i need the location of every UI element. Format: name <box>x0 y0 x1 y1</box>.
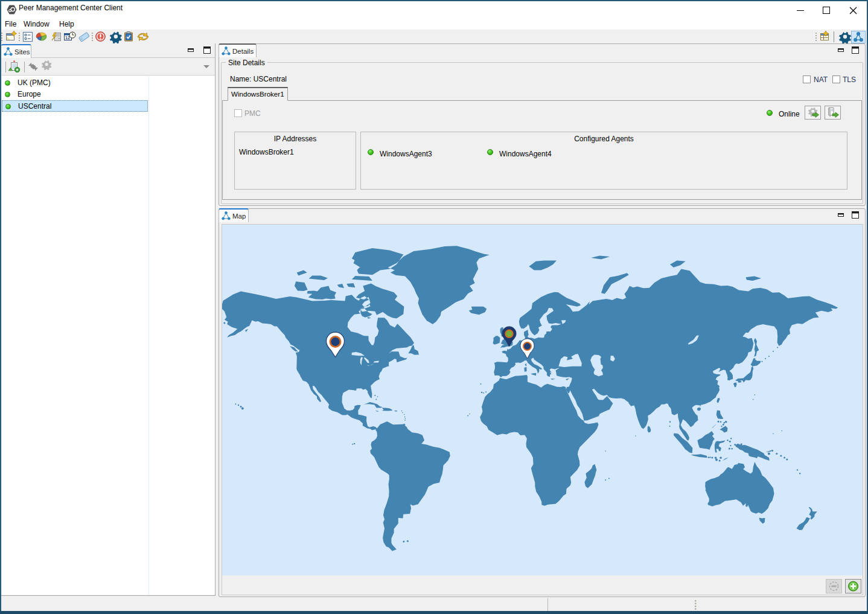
svg-text:12: 12 <box>65 36 70 40</box>
